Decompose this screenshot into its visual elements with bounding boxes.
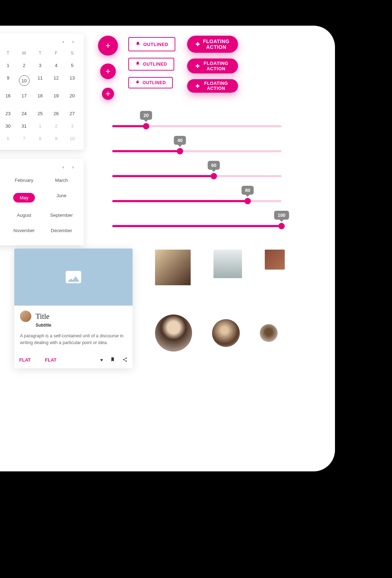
calendar-day[interactable]: 9 (48, 132, 64, 145)
calendar-day[interactable]: 8 (32, 132, 48, 145)
calendar-day[interactable]: 30 (0, 120, 16, 132)
plus-icon: + (105, 89, 110, 99)
calendar-day[interactable]: 2 (48, 120, 64, 132)
floating-label: FLOATING ACTION (203, 81, 230, 91)
calendar-day[interactable]: 24 (16, 107, 32, 120)
card-subtitle: Subtitle (36, 323, 127, 328)
round-avatar-large (155, 314, 192, 352)
floating-action-button-small[interactable]: ✚ FLOATING ACTION (187, 79, 238, 93)
month-next-button[interactable]: › (69, 164, 77, 170)
slider[interactable]: 40 (112, 134, 282, 159)
slider-tooltip: 80 (242, 186, 254, 195)
bell-icon (135, 41, 140, 47)
fab-small[interactable]: + (102, 88, 114, 100)
fab-large[interactable]: + (98, 36, 118, 56)
heart-icon[interactable]: ♥ (100, 357, 103, 363)
calendar-day[interactable]: 17 (16, 89, 32, 107)
fab-medium[interactable]: + (100, 63, 116, 79)
share-icon[interactable] (122, 357, 128, 363)
slider[interactable]: 60 (112, 159, 282, 184)
card-flat-button-1[interactable]: FLAT (19, 357, 31, 363)
calendar-day[interactable]: 3 (32, 59, 48, 72)
floating-action-button-large[interactable]: ✚ FLOATING ACTION (187, 36, 238, 53)
slider-thumb[interactable] (211, 173, 217, 179)
calendar-prev-button[interactable]: ‹ (59, 39, 67, 44)
calendar-day[interactable]: 1 (0, 59, 16, 72)
calendar-day[interactable]: 7 (16, 132, 32, 145)
square-avatar-small (265, 250, 285, 270)
month-option[interactable]: November (5, 223, 43, 238)
slider-fill (112, 175, 214, 177)
calendar-dow: T (32, 47, 48, 59)
floating-label: FLOATING ACTION (203, 61, 230, 71)
calendar-day[interactable]: 20 (64, 89, 80, 107)
calendar-day[interactable]: 23 (0, 107, 16, 120)
calendar-next-button[interactable]: › (69, 39, 77, 44)
month-option[interactable]: April (0, 188, 5, 208)
month-prev-button[interactable]: ‹ (59, 164, 67, 170)
month-option[interactable]: December (43, 223, 80, 238)
calendar-day[interactable]: 10 (64, 132, 80, 145)
month-option[interactable]: June (43, 188, 80, 208)
calendar-day[interactable]: 25 (32, 107, 48, 120)
bookmark-icon[interactable] (110, 357, 115, 363)
slider-tooltip: 60 (208, 161, 220, 170)
month-option[interactable]: January (0, 173, 5, 188)
month-option[interactable]: July (0, 208, 5, 223)
calendar-dow: T (0, 47, 16, 59)
month-option[interactable]: September (43, 208, 80, 223)
outlined-button-small[interactable]: OUTLINED (128, 77, 173, 88)
plus-icon: ✚ (196, 63, 200, 69)
card-paragraph: A paragraph is a self-contained unit of … (20, 333, 127, 346)
slider-thumb[interactable] (278, 223, 285, 229)
slider[interactable]: 80 (112, 184, 282, 209)
slider[interactable]: 20 (112, 109, 282, 134)
calendar-day[interactable]: 5 (64, 59, 80, 72)
round-avatar-small (260, 324, 278, 342)
calendar-day[interactable]: 2 (16, 59, 32, 72)
month-picker: 2021 ‹ › JanuaryFebruaryMarchAprilMayJun… (0, 159, 84, 245)
calendar-day[interactable]: 26 (48, 107, 64, 120)
calendar-day[interactable]: 3 (64, 120, 80, 132)
slider-tooltip: 100 (274, 211, 289, 220)
slider-thumb[interactable] (177, 148, 183, 154)
card-title: Title (36, 312, 50, 321)
calendar-day[interactable]: 11 (32, 72, 48, 89)
calendar-day[interactable]: 27 (64, 107, 80, 120)
image-icon (64, 268, 83, 286)
calendar-grid: SMTWTFS293012345789101112131415161718192… (0, 47, 80, 145)
plus-icon: ✚ (196, 41, 200, 47)
calendar-day[interactable]: 16 (0, 89, 16, 107)
calendar-day[interactable]: 6 (0, 132, 16, 145)
outlined-button-medium[interactable]: OUTLINED (128, 58, 174, 71)
calendar-dow: W (16, 47, 32, 59)
calendar-day[interactable]: 10 (16, 72, 32, 89)
slider-tooltip: 20 (140, 111, 152, 120)
calendar-dow: S (64, 47, 80, 59)
calendar-day[interactable]: 18 (32, 89, 48, 107)
calendar-day[interactable]: 4 (48, 59, 64, 72)
calendar-day[interactable]: 13 (64, 72, 80, 89)
card-flat-button-2[interactable]: FLAT (45, 357, 56, 363)
calendar-day[interactable]: 1 (32, 120, 48, 132)
bell-icon (135, 80, 140, 86)
slider-thumb[interactable] (143, 123, 149, 129)
slider-fill (112, 150, 180, 152)
calendar-day[interactable]: 31 (16, 120, 32, 132)
outlined-button-large[interactable]: OUTLINED (128, 37, 175, 51)
outlined-label: OUTLINED (143, 62, 167, 67)
calendar-day[interactable]: 12 (48, 72, 64, 89)
calendar-day[interactable]: 19 (48, 89, 64, 107)
calendar-dow: F (48, 47, 64, 59)
month-option[interactable]: August (5, 208, 43, 223)
floating-action-button-medium[interactable]: ✚ FLOATING ACTION (187, 58, 238, 73)
slider[interactable]: 100 (112, 209, 282, 234)
month-option[interactable]: February (5, 173, 43, 188)
calendar-day[interactable]: 9 (0, 72, 16, 89)
month-grid: JanuaryFebruaryMarchAprilMayJuneJulyAugu… (0, 173, 80, 238)
month-option[interactable]: October (0, 223, 5, 238)
month-option[interactable]: May (5, 188, 43, 208)
slider-tooltip: 40 (174, 136, 186, 145)
month-option[interactable]: March (43, 173, 80, 188)
slider-thumb[interactable] (244, 198, 251, 204)
